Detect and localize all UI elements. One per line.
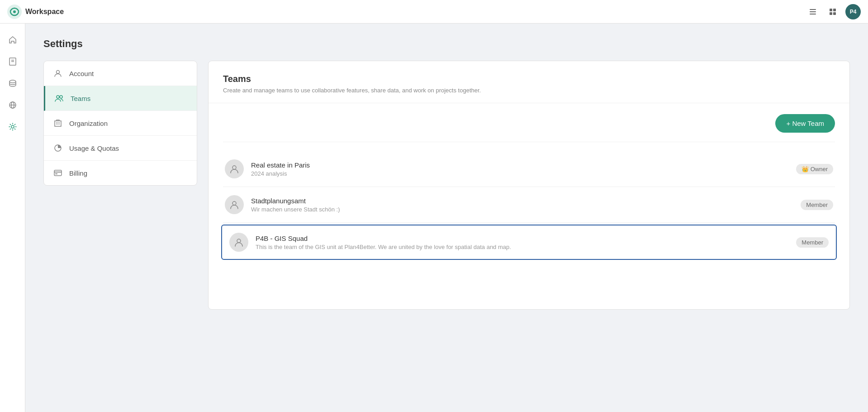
brand-name: Workspace <box>25 8 64 16</box>
svg-rect-28 <box>54 170 62 176</box>
svg-rect-30 <box>55 173 57 174</box>
svg-point-1 <box>13 10 16 13</box>
main-content: Settings Account <box>25 24 868 412</box>
svg-rect-2 <box>810 9 816 10</box>
organization-label: Organization <box>69 120 108 127</box>
navbar: Workspace P4 <box>0 0 868 24</box>
card-icon <box>53 168 63 178</box>
account-label: Account <box>69 70 94 77</box>
sidebar-item-home[interactable] <box>4 31 22 49</box>
team-info-real-estate: Real estate in Paris 2024 analysis <box>251 161 796 177</box>
svg-point-17 <box>57 71 60 74</box>
brand: Workspace <box>7 5 64 19</box>
svg-rect-5 <box>830 9 832 11</box>
user-avatar[interactable]: P4 <box>845 4 861 19</box>
team-desc-p4b-gis: This is the team of the GIS unit at Plan… <box>256 244 796 250</box>
svg-rect-3 <box>810 11 816 12</box>
svg-point-19 <box>60 96 62 98</box>
team-info-stadtplanungsamt: Stadtplanungsamt Wir machen unsere Stadt… <box>251 197 801 213</box>
svg-point-32 <box>232 201 236 205</box>
building-icon <box>53 118 63 128</box>
team-item-p4b-gis[interactable]: P4B - GIS Squad This is the team of the … <box>221 225 837 260</box>
list-view-button[interactable] <box>806 5 820 19</box>
panel-body: + New Team Real estate in Paris <box>209 103 849 273</box>
team-avatar-stadtplanungsamt <box>225 195 244 214</box>
settings-title: Settings <box>43 38 850 50</box>
svg-point-31 <box>232 166 236 169</box>
settings-panel: Teams Create and manage teams to use col… <box>208 61 850 310</box>
panel-description: Create and manage teams to use collabora… <box>223 87 835 94</box>
svg-rect-8 <box>833 12 836 15</box>
teams-label: Teams <box>71 95 90 102</box>
team-item-stadtplanungsamt[interactable]: Stadtplanungsamt Wir machen unsere Stadt… <box>223 187 835 223</box>
group-icon <box>54 93 64 103</box>
team-badge-p4b-gis: Member <box>796 237 829 248</box>
team-badge-real-estate: 👑 Owner <box>796 164 833 174</box>
sidebar-item-settings[interactable] <box>4 118 22 136</box>
settings-nav-teams[interactable]: Teams <box>44 86 197 111</box>
new-team-button[interactable]: + New Team <box>775 114 835 133</box>
team-avatar-p4b-gis <box>229 233 248 252</box>
crown-icon: 👑 <box>802 166 809 172</box>
team-avatar-real-estate <box>225 159 244 178</box>
svg-point-16 <box>11 125 14 128</box>
team-desc-real-estate: 2024 analysis <box>251 170 796 177</box>
settings-nav-usage[interactable]: Usage & Quotas <box>44 136 197 161</box>
panel-header: Teams Create and manage teams to use col… <box>209 61 849 103</box>
team-name-p4b-gis: P4B - GIS Squad <box>256 235 796 242</box>
settings-layout: Account Teams <box>43 61 850 310</box>
team-badge-stadtplanungsamt: Member <box>801 200 833 210</box>
navbar-right: P4 <box>806 4 861 19</box>
settings-nav-account[interactable]: Account <box>44 61 197 86</box>
svg-point-18 <box>57 96 59 98</box>
sidebar <box>0 24 25 412</box>
sidebar-item-book[interactable] <box>4 53 22 71</box>
sidebar-item-database[interactable] <box>4 74 22 92</box>
grid-view-button[interactable] <box>825 5 840 19</box>
new-team-row: + New Team <box>223 114 835 142</box>
settings-nav: Account Teams <box>43 61 197 186</box>
settings-nav-billing[interactable]: Billing <box>44 161 197 185</box>
sidebar-item-globe[interactable] <box>4 96 22 114</box>
team-name-real-estate: Real estate in Paris <box>251 161 796 169</box>
usage-label: Usage & Quotas <box>69 144 119 152</box>
svg-point-33 <box>237 239 241 243</box>
svg-rect-7 <box>830 12 832 15</box>
svg-rect-4 <box>810 14 816 14</box>
team-item-real-estate[interactable]: Real estate in Paris 2024 analysis 👑 Own… <box>223 151 835 187</box>
billing-label: Billing <box>69 169 87 177</box>
brand-logo <box>7 5 22 19</box>
person-icon <box>53 68 63 78</box>
team-list: Real estate in Paris 2024 analysis 👑 Own… <box>223 151 835 262</box>
panel-title: Teams <box>223 74 835 84</box>
team-name-stadtplanungsamt: Stadtplanungsamt <box>251 197 801 205</box>
team-info-p4b-gis: P4B - GIS Squad This is the team of the … <box>256 235 796 250</box>
svg-point-12 <box>9 80 16 83</box>
team-desc-stadtplanungsamt: Wir machen unsere Stadt schön :) <box>251 206 801 213</box>
pie-chart-icon <box>53 143 63 153</box>
settings-nav-organization[interactable]: Organization <box>44 111 197 136</box>
svg-rect-6 <box>833 9 836 11</box>
